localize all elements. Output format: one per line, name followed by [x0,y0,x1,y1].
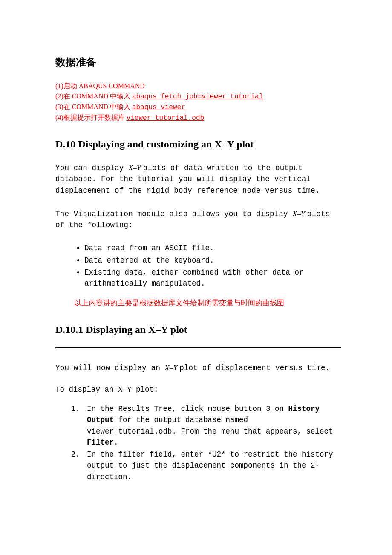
d10-red-note: 以上内容讲的主要是根据数据库文件绘制所需变量与时间的曲线图 [74,298,341,309]
section-d10-heading: D.10 Displaying and customizing an X–Y p… [55,139,341,150]
d10-para2-xy: X–Y [293,209,307,218]
d10-bullet-1: Data read from an ASCII file. [84,243,341,254]
d101-para-xy: X–Y [165,363,179,372]
d10-bullet-list: Data read from an ASCII file. Data enter… [55,243,341,289]
section-d101-heading: D.10.1 Displaying an X–Y plot [55,324,341,335]
d101-step1-c: . [114,438,118,447]
preparation-block: (1)启动 ABAQUS COMMAND (2)在 COMMAND 中输入 ab… [55,81,341,123]
d101-para-a: You will now display an [55,364,165,372]
d101-step-list: In the Results Tree, click mouse button … [55,403,341,483]
d10-paragraph-1: You can display X–Y plots of data writte… [55,162,341,196]
d10-para1-xy: X–Y [128,163,143,172]
prep-line-4-prefix: (4)根据提示打开数据库 [55,114,127,121]
d101-step1-b: for the output database named viewer_tut… [87,416,333,435]
prep-line-2-command: abaqus fetch job=viewer_tutorial [132,93,263,101]
d10-bullet-3: Existing data, either combined with othe… [84,267,341,289]
document-title: 数据准备 [55,55,341,69]
d10-paragraph-2: The Visualization module also allows you… [55,208,341,231]
d101-step-2: In the filter field, enter *U2* to restr… [84,449,341,483]
d101-paragraph: You will now display an X–Y plot of disp… [55,362,341,373]
prep-line-3: (3)在 COMMAND 中输入 abaqus viewer [55,102,341,113]
d101-subheading: To display an X–Y plot: [55,385,341,394]
d101-para-b: plot of displacement versus time. [179,364,330,372]
prep-line-2-prefix: (2)在 COMMAND 中输入 [55,92,132,100]
prep-line-4-command: viewer_tutorial.odb [127,114,204,122]
d101-step1-bold2: Filter [87,438,114,447]
d101-step1-a: In the Results Tree, click mouse button … [87,405,288,413]
prep-line-2: (2)在 COMMAND 中输入 abaqus fetch job=viewer… [55,91,341,102]
d10-para2-a: The Visualization module also allows you… [55,210,293,218]
d10-para1-a: You can display [55,164,128,172]
prep-line-1: (1)启动 ABAQUS COMMAND [55,81,341,91]
prep-line-4: (4)根据提示打开数据库 viewer_tutorial.odb [55,113,341,123]
document-page: 数据准备 (1)启动 ABAQUS COMMAND (2)在 COMMAND 中… [0,0,392,555]
section-divider [55,347,341,348]
prep-line-1-text: (1)启动 ABAQUS COMMAND [55,82,145,90]
d10-bullet-2: Data entered at the keyboard. [84,255,341,266]
prep-line-3-prefix: (3)在 COMMAND 中输入 [55,103,132,110]
prep-line-3-command: abaqus viewer [132,104,185,111]
d101-step-1: In the Results Tree, click mouse button … [84,403,341,448]
